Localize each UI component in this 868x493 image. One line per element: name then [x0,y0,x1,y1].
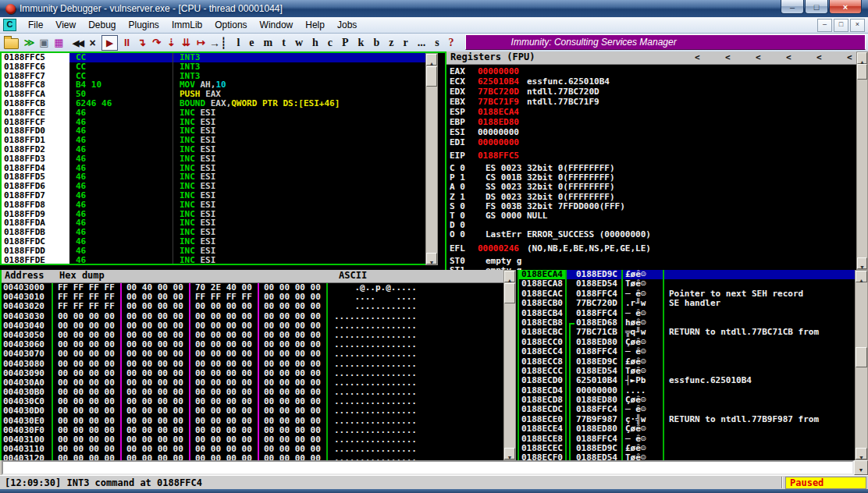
toolbar-letter-11[interactable]: r [398,37,412,49]
register-name: EDX [446,87,478,97]
toolbar-letter-1[interactable]: e [244,37,258,49]
menu-item-plugins[interactable]: Plugins [123,18,165,32]
stack-row[interactable]: 0188ECF00188ED54Tøê☺ [519,453,855,460]
dump-row[interactable]: 0040307000 00 00 0000 00 00 0000 00 00 0… [2,349,503,359]
menu-item-jobs[interactable]: Jobs [331,18,363,32]
mdi-restore-button[interactable]: □ [834,19,848,32]
collapse-chevron-icon[interactable]: < [695,51,700,63]
collapse-chevron-icon[interactable]: < [756,51,761,63]
stack-scrollbar[interactable] [855,270,868,460]
exec-till-user-icon[interactable]: →┊ [209,36,226,50]
dump-scrollbar[interactable] [503,270,516,460]
stack-pane[interactable]: 0188ECA40188ED9C£øê☺0188ECA80188ED54Tøê☺… [518,270,855,460]
minimize-button[interactable]: – [781,0,804,14]
scroll-thumb[interactable] [857,64,867,80]
open-file-icon[interactable] [4,38,19,49]
stack-row[interactable]: 0188ECA80188ED54Tøê☺ [519,279,855,289]
disasm-scrollbar[interactable] [425,53,438,265]
stack-row[interactable]: 0188ECA40188ED9C£øê☺ [519,270,855,279]
collapse-chevron-icon[interactable]: < [847,51,852,63]
disassembly-pane[interactable]: 0188FFC5CCINT30188FFC6CCINT30188FFC7CCIN… [0,53,425,265]
hex-dump-pane[interactable]: Address Hex dump ASCII 00403000FF FF FF … [0,270,503,460]
menu-item-file[interactable]: File [22,18,49,32]
scroll-down-icon[interactable] [426,253,437,264]
stack-comment [664,405,855,414]
toolbar-letter-6[interactable]: c [323,37,337,49]
stack-ascii: ─ ê☺ [623,405,663,414]
dump-row[interactable]: 00403020FF FF FF FF00 00 00 0000 00 00 0… [2,302,503,311]
run-icon[interactable]: ▶ [101,35,118,51]
dump-row[interactable]: 004030E000 00 00 0000 00 00 0000 00 00 0… [2,417,503,426]
restore-button[interactable]: □ [805,0,828,14]
menu-item-help[interactable]: Help [299,18,331,32]
rewind-icon[interactable]: ◀◀ [71,36,84,50]
dump-row[interactable]: 0040312000 00 00 0000 00 00 0000 00 00 0… [2,454,503,460]
scroll-thumb[interactable] [504,283,515,303]
scroll-up-icon[interactable] [857,52,867,64]
toolbar-letter-14[interactable]: ? [444,37,459,49]
scroll-up-icon[interactable] [504,271,515,282]
toolbar-letter-5[interactable]: h [308,37,323,49]
disasm-instruction: INT3 [173,62,425,72]
menu-item-options[interactable]: Options [208,18,253,32]
dump-bytes: 00 00 00 00 [53,349,120,359]
animate-over-icon[interactable]: ⇊ [180,36,193,50]
stack-row[interactable]: 0188ECB40188FFC4─ ê☺ [519,309,855,318]
toolbar-letter-13[interactable]: s [430,37,443,49]
mdi-close-button[interactable]: × [850,19,865,32]
stack-address: 0188ECDC [519,405,565,414]
mdi-minimize-button[interactable]: – [817,19,832,32]
toolbar-letter-2[interactable]: m [259,37,278,49]
command-input[interactable] [2,460,854,475]
disasm-row[interactable]: 0188FFC6CCINT3 [2,62,425,72]
restart-icon[interactable]: ≫ [23,36,36,50]
menu-item-window[interactable]: Window [254,18,300,32]
registers-pane[interactable]: Registers (FPU) <<<<<< EAX00000000ECX625… [445,51,856,270]
disasm-row[interactable]: 0188FFDE46INC ESI [2,256,425,265]
menu-item-debug[interactable]: Debug [82,18,122,32]
collapse-chevron-icon[interactable]: < [786,51,792,63]
scroll-down-icon[interactable] [504,448,515,459]
scroll-thumb[interactable] [856,347,867,367]
dump-row[interactable]: 0040303000 00 00 0000 00 00 0000 00 00 0… [2,312,503,321]
toolbar-letter-3[interactable]: t [277,37,290,49]
register-value: 625010B4 [478,76,519,87]
scroll-up-icon[interactable] [856,271,867,282]
scroll-up-icon[interactable] [426,54,437,66]
close-program-icon[interactable]: × [86,36,99,50]
toolbar-letter-9[interactable]: b [368,37,384,49]
collapse-chevron-icon[interactable]: < [816,51,822,63]
animate-into-icon[interactable]: ⇣ [165,36,178,50]
close-button[interactable]: × [829,0,862,14]
step-over-icon[interactable]: ↷ [150,36,163,50]
menu-item-view[interactable]: View [49,18,82,32]
toolbar-letter-0[interactable]: l [232,37,244,49]
toolbar-letter-12[interactable]: ... [413,37,431,49]
dump-bytes: 00 00 00 00 [53,454,120,460]
dump-bytes: 00 00 00 00 [259,406,326,416]
scroll-thumb[interactable] [426,66,437,87]
patches-icon[interactable]: ▦ [52,36,66,50]
stack-row[interactable]: 0188ECB077BC720D.r╜wSE handler [519,299,855,308]
toolbar-letter-7[interactable]: P [337,37,354,49]
exec-till-return-icon[interactable]: ↦ [194,36,208,50]
immunity-debugger-window: Immunity Debugger - vulnserver.exe - [CP… [0,0,868,493]
disasm-row[interactable]: 0188FFC5CCINT3 [2,53,425,62]
toolbar-letter-10[interactable]: z [384,37,398,49]
collapse-chevron-icon[interactable]: < [725,51,731,63]
command-bar [0,460,868,475]
menu-item-immlib[interactable]: ImmLib [165,18,208,32]
pause-icon[interactable]: II [120,36,133,50]
windows-list-icon[interactable]: ▣ [37,36,51,50]
step-into-icon[interactable]: ↴ [135,36,148,50]
registers-scrollbar[interactable] [856,51,868,270]
register-line: EBX77BC71F9ntdll.77BC71F9 [446,97,856,107]
toolbar-letter-8[interactable]: k [354,37,369,49]
scroll-down-icon[interactable] [857,257,867,269]
dump-row[interactable]: 004030D000 00 00 0000 00 00 0000 00 00 0… [2,406,503,416]
dump-row[interactable]: 0040308000 00 00 0000 00 00 0000 00 00 0… [2,360,503,369]
scroll-down-icon[interactable] [856,448,867,459]
title-bar[interactable]: Immunity Debugger - vulnserver.exe - [CP… [0,0,868,17]
command-dropdown-icon[interactable] [854,460,868,475]
toolbar-letter-4[interactable]: w [290,37,308,49]
